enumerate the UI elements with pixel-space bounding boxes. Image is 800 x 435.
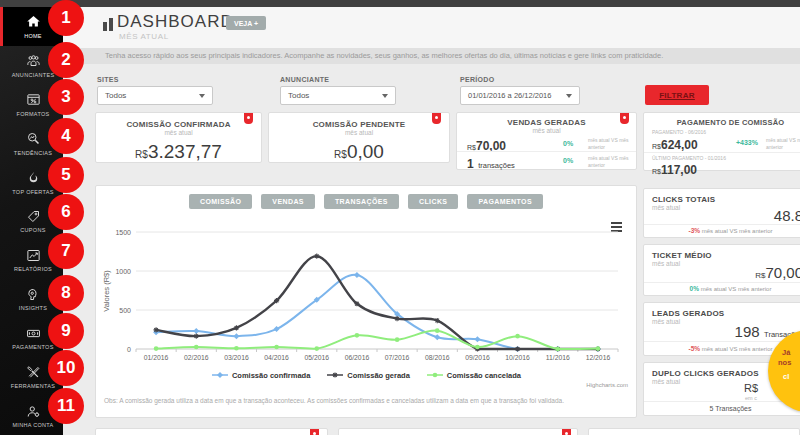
svg-text:10/2016: 10/2016 — [505, 354, 530, 361]
card-footer: 5 Transações — [644, 405, 800, 412]
top-bar — [0, 0, 800, 7]
sidebar-item-label: PAGAMENTOS — [12, 344, 53, 350]
chart-legend: Comissão confirmada Comissão gerada Comi… — [96, 370, 636, 380]
tag-icon — [26, 208, 41, 224]
svg-text:09/2016: 09/2016 — [465, 354, 490, 361]
legend-label: Comissão cancelada — [447, 371, 521, 380]
transacoes-pct: 0% — [563, 157, 573, 164]
trends-icon — [26, 131, 41, 147]
sidebar-item-label: RELATÓRIOS — [14, 266, 52, 272]
user-gear-icon — [26, 403, 41, 419]
divider — [644, 401, 800, 402]
annotation-circle-7: 7 — [48, 233, 84, 269]
pagamento-valor: R$624,00 — [652, 135, 698, 153]
sidebar-item-label: ANUNCIANTES — [12, 72, 55, 78]
card-flag-icon[interactable] — [244, 113, 253, 124]
svg-text:1000: 1000 — [115, 268, 131, 275]
description-text: Tenha acesso rápido aos seus principais … — [63, 48, 800, 64]
veja-mais-button[interactable]: VEJA + — [226, 16, 266, 30]
page-header: DASHBOARD MÊS ATUAL VEJA + — [63, 7, 800, 48]
kpi-value: R$3.237,77 — [96, 141, 261, 163]
periodo-label: PERÍODO — [460, 76, 494, 83]
card-title: TICKET MÉDIO — [644, 245, 800, 260]
bottom-card-3 — [588, 428, 800, 435]
kpi-card-comissao-pendente: COMISSÃO PENDENTE mês atual R$0,00 — [268, 112, 450, 163]
tab-vendas[interactable]: VENDAS — [261, 194, 315, 209]
annotation-circle-8: 8 — [48, 275, 84, 311]
chevron-down-icon — [199, 94, 205, 98]
sites-select[interactable]: Todos — [97, 86, 213, 105]
home-icon — [26, 14, 41, 30]
tab-clicks[interactable]: CLICKS — [408, 194, 458, 209]
highcharts-credit[interactable]: Highcharts.com — [586, 382, 628, 388]
card-flag-icon[interactable] — [562, 429, 571, 435]
advertisers-icon — [26, 53, 41, 69]
periodo-value: 01/01/2016 a 26/12/2016 — [468, 91, 566, 100]
chevron-down-icon — [566, 94, 572, 98]
dashboard-page: HOME ANUNCIANTES FORMATOS TENDÊNCIAS TOP… — [0, 0, 800, 435]
kpi-subtitle: mês atual — [457, 127, 636, 134]
annotation-circle-9: 9 — [48, 313, 84, 349]
tab-transacoes[interactable]: TRANSAÇÕES — [324, 194, 399, 209]
svg-text:500: 500 — [119, 307, 131, 314]
chart-panel: COMISSÃO VENDAS TRANSAÇÕES CLICKS PAGAME… — [95, 185, 637, 418]
promo-line2: nos — [778, 358, 791, 367]
filtrar-button[interactable]: FILTRAR — [645, 85, 709, 105]
kpi-card-comissao-confirmada: COMISSÃO CONFIRMADA mês atual R$3.237,77 — [95, 112, 262, 163]
svg-text:11/2016: 11/2016 — [546, 354, 570, 361]
legend-item-cancelada[interactable]: Comissão cancelada — [426, 370, 521, 380]
annotation-circle-4: 4 — [48, 118, 84, 154]
series-marker-icon — [326, 370, 344, 380]
svg-text:05/2016: 05/2016 — [304, 354, 329, 361]
sidebar-item-label: FERRAMENTAS — [11, 383, 55, 389]
sidebar-item-label: FORMATOS — [16, 111, 49, 117]
tab-pagamentos[interactable]: PAGAMENTOS — [467, 194, 543, 209]
tools-icon — [26, 364, 41, 380]
legend-item-confirmada[interactable]: Comissão confirmada — [211, 370, 310, 380]
chevron-down-icon — [382, 94, 388, 98]
sidebar-item-label: CUPONS — [20, 227, 45, 233]
annotation-circle-1: 1 — [48, 0, 84, 36]
legend-item-gerada[interactable]: Comissão gerada — [326, 370, 410, 380]
transacoes-compare: mês atual VS mês anterior — [588, 155, 634, 168]
card-value: 48.8 — [774, 207, 800, 224]
ultimo-pagamento-valor: R$117,00 — [652, 160, 697, 178]
vendas-compare: mês atual VS mês anterior — [588, 137, 634, 150]
sites-value: Todos — [105, 91, 199, 100]
svg-text:08/2016: 08/2016 — [425, 354, 450, 361]
line-chart: Valores (R$)05001000150001/201602/201603… — [100, 216, 630, 368]
anunciante-select[interactable]: Todos — [280, 86, 396, 105]
chart-icon — [26, 247, 41, 263]
divider — [644, 224, 800, 225]
promo-line3: cl — [783, 372, 789, 381]
tab-comissao[interactable]: COMISSÃO — [189, 194, 252, 209]
annotation-circle-10: 10 — [48, 350, 84, 386]
svg-text:0: 0 — [127, 346, 131, 353]
sidebar-item-label: TOP OFERTAS — [12, 189, 53, 195]
card-footer: -3% mês atual VS mês anterior — [644, 227, 800, 234]
periodo-select[interactable]: 01/01/2016 a 26/12/2016 — [460, 86, 580, 105]
card-flag-icon[interactable] — [432, 113, 441, 124]
svg-text:03/2016: 03/2016 — [224, 354, 249, 361]
divider — [644, 341, 800, 342]
card-flag-icon[interactable] — [620, 113, 629, 124]
anunciante-label: ANUNCIANTE — [280, 76, 329, 83]
description-bar: Tenha acesso rápido aos seus principais … — [63, 48, 800, 64]
kpi-title: VENDAS GERADAS — [457, 118, 636, 127]
sidebar-item-label: MINHA CONTA — [12, 422, 53, 428]
svg-text:1500: 1500 — [115, 229, 131, 236]
kpi-title: COMISSÃO PENDENTE — [269, 120, 449, 129]
bottom-card-1 — [95, 428, 328, 435]
svg-text:01/2016: 01/2016 — [144, 354, 169, 361]
kpi-card-vendas-geradas: VENDAS GERADAS mês atual R$70,00 0% mês … — [456, 112, 637, 170]
sidebar-item-label: HOME — [24, 33, 42, 39]
card-flag-icon[interactable] — [310, 429, 319, 435]
formats-icon — [26, 92, 41, 108]
kpi-card-pagamento-comissao: PAGAMENTO DE COMISSÃO PAGAMENTO - 06/201… — [643, 112, 800, 171]
banknote-icon — [26, 325, 41, 341]
bottom-card-2 — [338, 428, 578, 435]
svg-text:02/2016: 02/2016 — [184, 354, 209, 361]
divider — [457, 151, 636, 152]
sidebar-item-label: TENDÊNCIAS — [14, 150, 52, 156]
pagamento-compare: mês atual VS mês anterior — [766, 137, 800, 150]
